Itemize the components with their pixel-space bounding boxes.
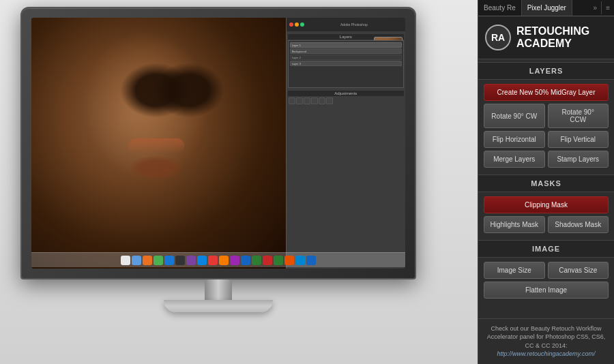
dock-icon-chrome[interactable] xyxy=(154,256,163,265)
footer-link[interactable]: http://www.retouchingacademy.com/ xyxy=(497,350,596,357)
ps-dot-3 xyxy=(300,22,304,27)
ps-dot-2 xyxy=(295,22,299,27)
dock-icon-excel[interactable] xyxy=(274,256,283,265)
size-row: Image Size Canvas Size xyxy=(484,262,609,279)
ps-adj-btn-6 xyxy=(326,97,333,104)
logo-circle: RA xyxy=(485,25,511,50)
dock-icon-mail[interactable] xyxy=(164,256,174,265)
btn-merge-layers[interactable]: Merge Layers xyxy=(484,151,545,168)
image-content: Image Size Canvas Size Flatten Image xyxy=(478,258,614,303)
ps-dot-1 xyxy=(289,22,293,27)
pixel-juggler-panel: Beauty Re Pixel Juggler » ≡ RA RETOUCHIN… xyxy=(478,0,614,364)
dock-icon-safari[interactable] xyxy=(132,256,141,265)
tab-pixel-juggler[interactable]: Pixel Juggler xyxy=(522,0,572,16)
panel-tabs: Beauty Re Pixel Juggler » ≡ xyxy=(478,0,614,16)
dock-icon-photoshop[interactable] xyxy=(197,256,207,265)
ps-title: Adobe Photoshop xyxy=(306,22,403,27)
logo-title: RETOUCHING xyxy=(516,25,589,37)
ps-adj-btn-3 xyxy=(304,97,310,104)
merge-row: Merge Layers Stamp Layers xyxy=(484,151,609,168)
btn-image-size[interactable]: Image Size xyxy=(484,262,545,279)
flip-row: Flip Horizontal Flip Vertical xyxy=(484,131,609,148)
dock-icon-premiere[interactable] xyxy=(230,256,239,265)
dock-icon-camera-raw[interactable] xyxy=(186,256,196,265)
tab-beauty-retouch[interactable]: Beauty Re xyxy=(478,0,522,16)
dock-icon-illustrator[interactable] xyxy=(208,256,218,265)
panel-logo: RA RETOUCHING ACADEMY xyxy=(478,16,614,59)
dock-icon-ppt[interactable] xyxy=(284,256,294,265)
screen-content: Adobe Photoshop Layers Layer 1 Backgroun… xyxy=(31,18,405,269)
layers-content: Create New 50% MidGray Layer Rotate 90° … xyxy=(478,80,614,172)
ps-adj-btn-1 xyxy=(289,97,295,104)
dock-icon-finder[interactable] xyxy=(121,256,130,265)
btn-flatten-image[interactable]: Flatten Image xyxy=(484,282,609,299)
section-masks: MASKS xyxy=(478,175,614,192)
btn-rotate-ccw[interactable]: Rotate 90° CCW xyxy=(548,104,609,128)
rotate-row: Rotate 90° CW Rotate 90° CCW xyxy=(484,104,609,128)
dock-icon-lightroom[interactable] xyxy=(175,256,185,265)
btn-midgray-layer[interactable]: Create New 50% MidGray Layer xyxy=(484,84,609,101)
monitor: Adobe Photoshop Layers Layer 1 Backgroun… xyxy=(20,7,416,334)
monitor-neck xyxy=(205,279,232,300)
dock-icon-word[interactable] xyxy=(263,256,272,265)
btn-flip-vertical[interactable]: Flip Vertical xyxy=(548,131,609,148)
btn-canvas-size[interactable]: Canvas Size xyxy=(548,262,609,279)
ps-adj-btn-2 xyxy=(296,97,303,104)
masks-content: Clipping Mask Highlights Mask Shadows Ma… xyxy=(478,192,614,237)
section-layers: LAYERS xyxy=(478,62,614,80)
masks-row: Highlights Mask Shadows Mask xyxy=(484,216,609,233)
ps-layer-1: Layer 1 xyxy=(290,42,402,48)
ps-layer-2: Background xyxy=(290,48,402,54)
logo-subtitle: ACADEMY xyxy=(516,37,589,50)
btn-flip-horizontal[interactable]: Flip Horizontal xyxy=(484,131,545,148)
footer-text: Check out our Beauty Retouch Workflow Ac… xyxy=(487,325,606,349)
btn-stamp-layers[interactable]: Stamp Layers xyxy=(548,151,609,168)
ps-toolbar: Adobe Photoshop xyxy=(287,18,405,31)
ps-layer-3: Layer 2 xyxy=(290,55,402,60)
ps-layer-4: Layer 3 xyxy=(290,61,402,66)
logo-text-block: RETOUCHING ACADEMY xyxy=(516,25,589,49)
panel-tabs-arrows[interactable]: » xyxy=(589,1,602,14)
btn-shadows-mask[interactable]: Shadows Mask xyxy=(548,216,609,233)
section-image: IMAGE xyxy=(478,240,614,258)
btn-clipping-mask[interactable]: Clipping Mask xyxy=(484,196,609,213)
face-image xyxy=(31,18,286,269)
dock-icon-misc[interactable] xyxy=(306,256,316,265)
dock-icon-firefox[interactable] xyxy=(143,256,152,265)
panel-tabs-menu[interactable]: ≡ xyxy=(601,1,614,14)
ps-adj-btn-4 xyxy=(311,97,318,104)
dock-icon-bridge[interactable] xyxy=(241,256,250,265)
ps-adj-btn-5 xyxy=(319,97,325,104)
ps-adj-label: Adjustments xyxy=(288,91,404,96)
ps-adjustments: Adjustments xyxy=(287,89,405,106)
btn-highlights-mask[interactable]: Highlights Mask xyxy=(484,216,545,233)
dock-icon-indesign[interactable] xyxy=(252,256,261,265)
monitor-base xyxy=(164,300,273,312)
ps-panels: Layers Layer 1 Background Layer 2 Layer … xyxy=(287,33,405,89)
panel-footer: Check out our Beauty Retouch Workflow Ac… xyxy=(478,318,614,364)
dock xyxy=(31,252,405,267)
photoshop-panel: Adobe Photoshop Layers Layer 1 Backgroun… xyxy=(286,18,405,269)
monitor-body: Adobe Photoshop Layers Layer 1 Backgroun… xyxy=(20,7,416,279)
ps-adj-buttons xyxy=(288,97,404,105)
dock-icon-after-effects[interactable] xyxy=(219,256,229,265)
monitor-screen: Adobe Photoshop Layers Layer 1 Backgroun… xyxy=(31,18,405,269)
btn-rotate-cw[interactable]: Rotate 90° CW xyxy=(484,104,545,128)
ps-layers-panel: Layer 1 Background Layer 2 Layer 3 xyxy=(288,40,404,88)
dock-icon-skype[interactable] xyxy=(295,256,305,265)
